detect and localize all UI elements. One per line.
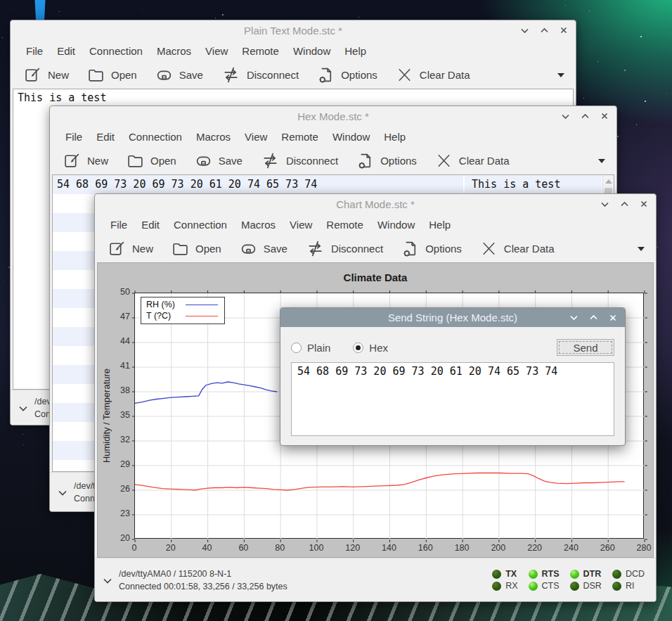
star <box>3 281 4 282</box>
new-button[interactable]: New <box>15 61 78 89</box>
menu-window[interactable]: Window <box>325 131 377 143</box>
status-expand-button[interactable] <box>19 402 27 414</box>
chevron-down-icon <box>570 314 578 321</box>
send-button[interactable]: Send <box>557 339 614 356</box>
x-tick-label: 220 <box>515 543 555 553</box>
radio-plain[interactable] <box>291 342 302 353</box>
window-title: Hex Mode.stc * <box>297 110 369 122</box>
menu-window[interactable]: Window <box>370 219 422 231</box>
menu-edit[interactable]: Edit <box>50 45 82 57</box>
toolbar: New Open Save Disconnect Options Clear D… <box>50 147 616 174</box>
new-button[interactable]: New <box>99 235 162 262</box>
open-button[interactable]: Open <box>78 61 146 89</box>
menu-remote[interactable]: Remote <box>235 45 286 57</box>
menu-help[interactable]: Help <box>377 131 413 143</box>
toolbar-overflow-button[interactable] <box>638 247 645 251</box>
minimize-button[interactable] <box>601 201 609 207</box>
menu-remote[interactable]: Remote <box>274 131 325 143</box>
hex-bytes-cell: 54 68 69 73 20 69 73 20 61 20 74 65 73 7… <box>53 175 463 194</box>
maximize-button[interactable] <box>581 113 589 120</box>
menu-remote[interactable]: Remote <box>319 219 370 231</box>
menu-macros[interactable]: Macros <box>189 131 238 143</box>
menu-file[interactable]: File <box>58 131 89 143</box>
menu-edit[interactable]: Edit <box>134 219 167 231</box>
titlebar[interactable]: Plain Text Mode.stc * <box>11 20 576 40</box>
options-button[interactable]: Options <box>308 61 387 89</box>
radio-hex-option[interactable]: Hex <box>353 342 388 354</box>
star <box>141 10 142 11</box>
scroll-up-icon[interactable] <box>605 179 612 184</box>
legend-line-sample <box>186 305 218 305</box>
disconnect-button[interactable]: Disconnect <box>252 147 347 174</box>
toolbar-overflow-button[interactable] <box>557 73 564 77</box>
serial-signal-leds: TXRXRTSCTSDTRDSRDCDRI <box>492 569 645 591</box>
new-file-icon <box>63 152 81 169</box>
y-tick-label: 20 <box>102 533 130 543</box>
close-button[interactable] <box>640 200 647 207</box>
menu-window[interactable]: Window <box>286 45 337 57</box>
send-string-input[interactable]: 54 68 69 73 20 69 73 20 61 20 74 65 73 7… <box>291 362 614 436</box>
menu-edit[interactable]: Edit <box>89 131 122 143</box>
status-expand-button[interactable] <box>58 486 67 499</box>
menu-help[interactable]: Help <box>337 45 373 57</box>
disconnect-button[interactable]: Disconnect <box>212 61 308 89</box>
menu-connection[interactable]: Connection <box>82 45 150 57</box>
led-indicator <box>492 582 501 591</box>
minimize-button[interactable] <box>570 314 578 321</box>
maximize-button[interactable] <box>541 27 548 34</box>
menu-macros[interactable]: Macros <box>150 45 198 57</box>
radio-hex-label: Hex <box>369 342 388 354</box>
maximize-button[interactable] <box>621 201 628 207</box>
x-tick-label: 0 <box>115 543 154 553</box>
clear-data-button[interactable]: Clear Data <box>471 235 564 262</box>
open-folder-icon <box>172 240 189 257</box>
radio-plain-option[interactable]: Plain <box>291 342 330 354</box>
led-label: TX <box>505 569 517 579</box>
toolbar-overflow-button[interactable] <box>598 159 605 163</box>
menu-view[interactable]: View <box>238 131 274 143</box>
disconnect-icon <box>306 239 325 258</box>
send-string-dialog: Send String (Hex Mode.stc) Plain Hex Sen… <box>280 307 626 446</box>
clear-data-button[interactable]: Clear Data <box>387 61 479 89</box>
open-button[interactable]: Open <box>162 235 231 262</box>
close-icon <box>560 27 567 34</box>
star <box>59 11 60 12</box>
radio-hex[interactable] <box>353 342 363 353</box>
led-indicator <box>570 570 579 579</box>
star <box>636 124 637 125</box>
ascii-text-cell: This is a test <box>465 175 602 194</box>
clear-x-icon <box>396 66 413 84</box>
save-button[interactable]: Save <box>186 147 252 174</box>
close-button[interactable] <box>609 314 616 321</box>
menu-view[interactable]: View <box>198 45 235 57</box>
close-button[interactable] <box>601 113 608 120</box>
menu-help[interactable]: Help <box>422 219 458 231</box>
disconnect-button[interactable]: Disconnect <box>297 235 392 262</box>
menu-connection[interactable]: Connection <box>167 219 234 231</box>
x-tick-label: 280 <box>624 543 664 553</box>
minimize-button[interactable] <box>562 113 569 120</box>
options-button[interactable]: Options <box>392 235 471 262</box>
menu-macros[interactable]: Macros <box>234 219 283 231</box>
y-tick-label: 44 <box>102 336 130 346</box>
options-button[interactable]: Options <box>347 147 426 174</box>
menu-connection[interactable]: Connection <box>122 131 189 143</box>
save-button[interactable]: Save <box>146 61 212 89</box>
chart-title: Climate Data <box>98 271 653 283</box>
maximize-button[interactable] <box>590 314 597 321</box>
hex-table-row[interactable]: 54 68 69 73 20 69 73 20 61 20 74 65 73 7… <box>53 175 602 194</box>
menu-view[interactable]: View <box>283 219 319 231</box>
window-title: Chart Mode.stc * <box>336 198 415 210</box>
minimize-button[interactable] <box>521 27 529 34</box>
new-button[interactable]: New <box>54 147 117 174</box>
menu-file[interactable]: File <box>19 45 50 57</box>
titlebar[interactable]: Chart Mode.stc * <box>95 194 656 214</box>
save-button[interactable]: Save <box>231 235 297 262</box>
open-button[interactable]: Open <box>117 147 186 174</box>
dialog-titlebar[interactable]: Send String (Hex Mode.stc) <box>280 308 625 327</box>
status-expand-button[interactable] <box>103 574 112 587</box>
menu-file[interactable]: File <box>103 219 134 231</box>
titlebar[interactable]: Hex Mode.stc * <box>50 106 616 126</box>
clear-data-button[interactable]: Clear Data <box>426 147 519 174</box>
close-button[interactable] <box>560 27 567 34</box>
